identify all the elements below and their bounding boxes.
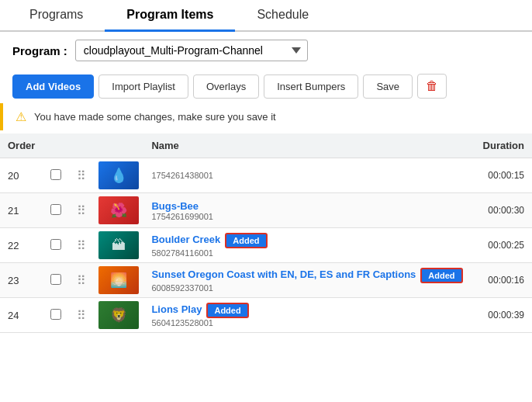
thumbnail: 💧 xyxy=(98,161,139,189)
thumbnail: 🌅 xyxy=(98,266,139,294)
col-check xyxy=(43,133,69,158)
checkbox-cell[interactable] xyxy=(43,228,69,263)
drag-handle[interactable]: ⠿ xyxy=(69,228,94,263)
duration-cell: 00:00:25 xyxy=(475,228,532,263)
col-order: Order xyxy=(0,133,43,158)
table-header-row: Order Name Duration xyxy=(0,133,532,158)
import-playlist-button[interactable]: Import Playlist xyxy=(98,75,188,99)
order-cell: 20 xyxy=(0,158,43,193)
table-container: Order Name Duration 20⠿💧175426143800100:… xyxy=(0,133,532,333)
item-id: 1754261438001 xyxy=(151,171,466,180)
thumbnail: 🏔 xyxy=(98,231,139,259)
program-row: Program : cloudplayout_Multi-Program-Cha… xyxy=(0,32,532,69)
drag-handle[interactable]: ⠿ xyxy=(69,158,94,193)
warning-message: You have made some changes, make sure yo… xyxy=(34,111,276,123)
duration-cell: 00:00:30 xyxy=(475,193,532,228)
row-checkbox[interactable] xyxy=(50,309,61,320)
duration-cell: 00:00:39 xyxy=(475,298,532,333)
toolbar: Add Videos Import Playlist Overlays Inse… xyxy=(0,69,532,103)
added-badge: Added xyxy=(420,268,462,283)
item-name: Sunset Oregon Coast with EN, DE, ES and … xyxy=(151,269,416,280)
tab-schedule[interactable]: Schedule xyxy=(235,0,330,32)
overlays-button[interactable]: Overlays xyxy=(193,75,259,99)
order-cell: 23 xyxy=(0,263,43,298)
thumbnail-cell: 💧 xyxy=(94,158,143,193)
order-cell: 24 xyxy=(0,298,43,333)
add-videos-button[interactable]: Add Videos xyxy=(12,75,94,99)
tab-programs[interactable]: Programs xyxy=(8,0,105,32)
order-cell: 22 xyxy=(0,228,43,263)
thumbnail-cell: 🏔 xyxy=(94,228,143,263)
table-row: 22⠿🏔Boulder CreekAdded580278411600100:00… xyxy=(0,228,532,263)
row-checkbox[interactable] xyxy=(50,169,61,180)
table-row: 20⠿💧175426143800100:00:15 xyxy=(0,158,532,193)
row-checkbox[interactable] xyxy=(50,274,61,285)
name-cell: 1754261438001 xyxy=(143,158,474,193)
item-name: Boulder Creek xyxy=(151,234,220,245)
col-duration: Duration xyxy=(475,133,532,158)
name-cell: Sunset Oregon Coast with EN, DE, ES and … xyxy=(143,263,474,298)
program-label: Program : xyxy=(12,44,67,57)
name-cell: Lions PlayAdded5604123528001 xyxy=(143,298,474,333)
row-checkbox[interactable] xyxy=(50,239,61,250)
row-checkbox[interactable] xyxy=(50,204,61,215)
added-badge: Added xyxy=(206,303,248,318)
col-drag xyxy=(69,133,94,158)
item-name: Bugs-Bee xyxy=(151,200,199,212)
program-select[interactable]: cloudplayout_Multi-Program-Channel xyxy=(75,40,308,61)
item-id: 5802784116001 xyxy=(151,248,466,258)
checkbox-cell[interactable] xyxy=(43,263,69,298)
drag-handle[interactable]: ⠿ xyxy=(69,193,94,228)
thumbnail-cell: 🌅 xyxy=(94,263,143,298)
insert-bumpers-button[interactable]: Insert Bumpers xyxy=(264,75,358,99)
order-cell: 21 xyxy=(0,193,43,228)
thumbnail: 🌺 xyxy=(98,196,139,224)
item-name: Lions Play xyxy=(151,303,202,315)
checkbox-cell[interactable] xyxy=(43,298,69,333)
item-id: 6008592337001 xyxy=(151,283,466,293)
added-badge: Added xyxy=(225,233,267,248)
item-id: 5604123528001 xyxy=(151,318,466,327)
col-thumb xyxy=(94,133,143,158)
save-button[interactable]: Save xyxy=(363,75,413,99)
col-name: Name xyxy=(143,133,474,158)
tabs-bar: Programs Program Items Schedule xyxy=(0,0,532,32)
warning-bar: ⚠ You have made some changes, make sure … xyxy=(0,103,532,130)
checkbox-cell[interactable] xyxy=(43,193,69,228)
duration-cell: 00:00:15 xyxy=(475,158,532,193)
tab-program-items[interactable]: Program Items xyxy=(105,0,235,32)
item-id: 1754261699001 xyxy=(151,212,466,221)
thumbnail-cell: 🦁 xyxy=(94,298,143,333)
delete-button[interactable]: 🗑 xyxy=(417,74,447,99)
duration-cell: 00:00:16 xyxy=(475,263,532,298)
table-row: 23⠿🌅Sunset Oregon Coast with EN, DE, ES … xyxy=(0,263,532,298)
table-row: 24⠿🦁Lions PlayAdded560412352800100:00:39 xyxy=(0,298,532,333)
drag-handle[interactable]: ⠿ xyxy=(69,263,94,298)
name-cell: Boulder CreekAdded5802784116001 xyxy=(143,228,474,263)
name-cell: Bugs-Bee1754261699001 xyxy=(143,193,474,228)
drag-handle[interactable]: ⠿ xyxy=(69,298,94,333)
warning-icon: ⚠ xyxy=(16,109,26,124)
thumbnail-cell: 🌺 xyxy=(94,193,143,228)
items-table: Order Name Duration 20⠿💧175426143800100:… xyxy=(0,133,532,333)
table-row: 21⠿🌺Bugs-Bee175426169900100:00:30 xyxy=(0,193,532,228)
checkbox-cell[interactable] xyxy=(43,158,69,193)
thumbnail: 🦁 xyxy=(98,301,139,329)
